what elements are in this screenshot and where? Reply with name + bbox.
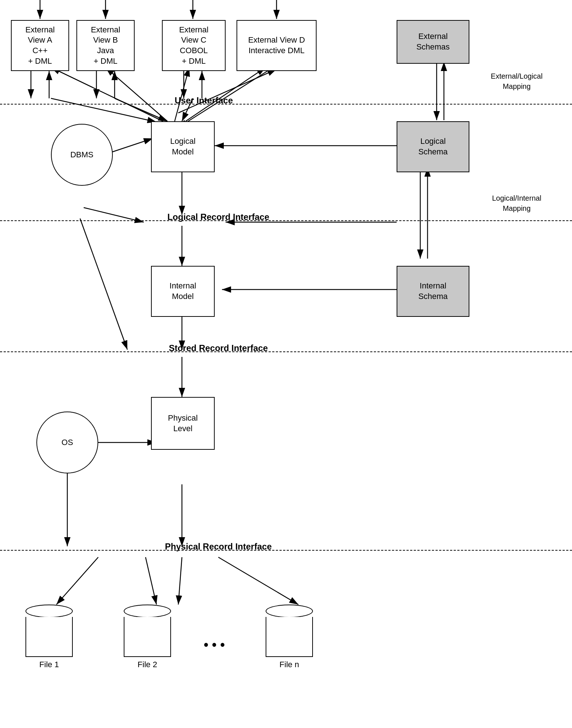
svg-line-40 [218, 557, 298, 605]
svg-line-38 [56, 557, 98, 605]
file1-cylinder-top [25, 605, 73, 618]
file1-cylinder-body [25, 617, 73, 657]
logical-record-interface-label: Logical Record Interface [91, 212, 346, 222]
external-view-d-label: External View D Interactive DML [248, 35, 305, 56]
dbms-circle: DBMS [51, 124, 113, 186]
svg-line-21 [186, 67, 266, 121]
external-view-b-label: External View B Java + DML [91, 25, 120, 66]
filen-label: File n [279, 660, 299, 669]
physical-level-label: Physical Level [168, 413, 198, 434]
dbms-label: DBMS [70, 150, 94, 160]
file1-label: File 1 [39, 660, 59, 669]
os-label: OS [61, 438, 73, 447]
external-schemas-box: External Schemas [397, 20, 469, 64]
dots-label: • • • [204, 637, 225, 653]
internal-schema-label: Internal Schema [418, 281, 448, 302]
filen-cylinder-body [266, 617, 313, 657]
svg-line-33 [80, 219, 127, 350]
file2-cylinder-top [124, 605, 171, 618]
logical-model-label: Logical Model [170, 136, 196, 157]
physical-level-box: Physical Level [151, 397, 215, 450]
file2-cylinder: File 2 [124, 605, 171, 669]
internal-model-label: Internal Model [170, 281, 196, 302]
logical-model-box: Logical Model [151, 121, 215, 172]
svg-line-19 [106, 67, 167, 121]
svg-line-39 [146, 557, 156, 605]
user-interface-line [0, 104, 572, 105]
user-interface-label: User Interface [131, 95, 277, 106]
svg-line-18 [51, 67, 163, 121]
file2-cylinder-body [124, 617, 171, 657]
logical-schema-box: Logical Schema [397, 121, 469, 172]
logical-schema-label: Logical Schema [418, 136, 448, 157]
svg-line-14 [109, 138, 153, 153]
filen-cylinder: File n [266, 605, 313, 669]
external-logical-mapping-label: External/LogicalMapping [477, 71, 557, 91]
external-view-b-box: External View B Java + DML [76, 20, 135, 71]
file1-cylinder: File 1 [25, 605, 73, 669]
svg-line-13 [178, 69, 277, 113]
svg-line-20 [175, 67, 189, 121]
physical-record-interface-label: Physical Record Interface [73, 542, 364, 552]
external-view-c-box: External View C COBOL + DML [162, 20, 226, 71]
external-view-a-box: External View A C++ + DML [11, 20, 69, 71]
logical-internal-mapping-label: Logical/InternalMapping [477, 193, 557, 213]
external-view-c-label: External View C COBOL + DML [179, 25, 208, 66]
os-circle: OS [36, 412, 98, 473]
internal-schema-box: Internal Schema [397, 266, 469, 317]
external-view-d-box: External View D Interactive DML [237, 20, 317, 71]
file2-label: File 2 [138, 660, 157, 669]
stored-record-interface-label: Stored Record Interface [91, 343, 346, 353]
external-schemas-label: External Schemas [416, 31, 450, 52]
filen-cylinder-top [266, 605, 313, 618]
diagram-container: External View A C++ + DML External View … [0, 0, 572, 728]
svg-line-41 [178, 557, 182, 605]
internal-model-box: Internal Model [151, 266, 215, 317]
external-view-a-label: External View A C++ + DML [25, 25, 55, 66]
